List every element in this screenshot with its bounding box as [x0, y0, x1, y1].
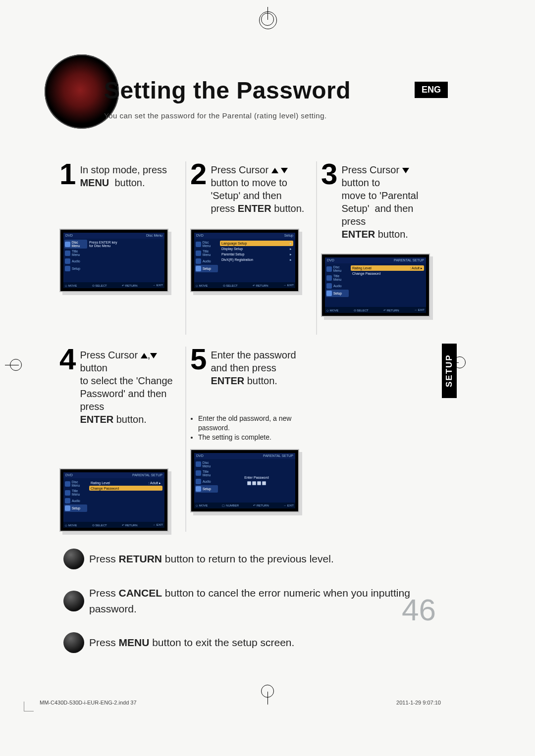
- step-number: 5: [190, 347, 207, 372]
- page-subtitle: You can set the password for the Parenta…: [104, 111, 327, 120]
- section-tab-setup: SETUP: [442, 344, 457, 398]
- bullet-ball-icon: [63, 632, 84, 653]
- cursor-down-icon: [281, 168, 288, 173]
- menu-label: MENU: [80, 177, 109, 188]
- step-line: and then press: [211, 362, 276, 373]
- step-number: 2: [190, 161, 207, 187]
- cursor-up-icon: [141, 353, 148, 358]
- cursor-down-icon: [150, 353, 157, 358]
- cursor-up-icon: [271, 168, 278, 173]
- step-number: 4: [59, 347, 76, 372]
- osd-screenshot-2: DVDSetup Disc Menu Title Menu Audio Setu…: [190, 229, 299, 292]
- step-3: 3 Press Cursor button to move to 'Parent…: [321, 161, 443, 335]
- steps-row-2: 4 Press Cursor , button to select the 'C…: [59, 347, 443, 532]
- step-text: In stop mode, press MENU button.: [80, 161, 167, 189]
- osd-sidebar: Disc Menu Title Menu Audio Setup: [64, 240, 87, 272]
- step-line: 'Setup' and then: [211, 190, 281, 201]
- step-line: button to move to: [211, 177, 287, 188]
- osd-screenshot-3: DVDPARENTAL SETUP Disc Menu Title Menu A…: [321, 253, 430, 317]
- footer-note-row: Press CANCEL button to cancel the error …: [63, 585, 436, 616]
- step5-notes: Enter the old password, a new password. …: [198, 414, 307, 442]
- osd-screenshot-4: DVDPARENTAL SETUP Disc Menu Title Menu A…: [59, 468, 168, 532]
- page-title: Setting the Password: [104, 77, 351, 104]
- print-footer-right: 2011-1-29 9:07:10: [396, 700, 441, 706]
- osd-top-right: Disc Menu: [146, 234, 162, 238]
- osd-side-item: Disc Menu: [72, 241, 87, 248]
- step-number: 1: [59, 161, 76, 187]
- footer-notes: Press RETURN button to return to the pre…: [63, 549, 436, 669]
- footer-post: button to return to the previous level.: [162, 553, 334, 564]
- step-text: Press Cursor , button to select the 'Cha…: [80, 347, 176, 426]
- print-footer: MM-C430D-530D-i-EUR-ENG-2.indd 37 2011-1…: [40, 700, 441, 706]
- cursor-down-icon: [402, 168, 409, 173]
- step-1: 1 In stop mode, press MENU button. DVDDi…: [59, 161, 181, 335]
- footer-pre: Press: [89, 553, 119, 564]
- crop-mark-top: [245, 20, 290, 35]
- osd-main-line: Press ENTER key: [89, 241, 162, 244]
- print-footer-left: MM-C430D-530D-i-EUR-ENG-2.indd 37: [40, 700, 137, 706]
- step-text: Press Cursor button to move to 'Setup' a…: [211, 161, 304, 215]
- footer-note-row: Press RETURN button to return to the pre…: [63, 549, 436, 569]
- bullet-ball-icon: [63, 591, 84, 611]
- steps-row-1: 1 In stop mode, press MENU button. DVDDi…: [59, 161, 443, 335]
- osd-screenshot-5: DVDPARENTAL SETUP Disc Menu Title Menu A…: [190, 449, 299, 512]
- step-line: In stop mode, press: [80, 164, 167, 175]
- osd-side-item: Title Menu: [72, 250, 87, 256]
- osd-main: Press ENTER key for Disc Menu: [89, 241, 162, 280]
- page-number: 46: [402, 592, 436, 627]
- crop-corner: [24, 711, 34, 711]
- step-number: 3: [321, 161, 337, 187]
- step-5: 5 Enter the password and then press ENTE…: [190, 347, 312, 532]
- footer-note-row: Press MENU button to exit the setup scre…: [63, 632, 436, 653]
- enter-password-label: Enter Password: [244, 476, 268, 479]
- osd-side-item: Audio: [72, 259, 80, 263]
- password-boxes: [247, 481, 267, 486]
- osd-main-line: for Disc Menu: [89, 244, 162, 248]
- bullet-ball-icon: [63, 549, 84, 569]
- note-item: The setting is complete.: [198, 433, 307, 442]
- footer-bold: RETURN: [119, 553, 162, 564]
- crop-corner: [24, 702, 24, 711]
- osd-top-left: DVD: [65, 234, 73, 238]
- step-2: 2 Press Cursor button to move to 'Setup'…: [190, 161, 312, 335]
- step-text: Enter the password and then press ENTER …: [211, 347, 296, 387]
- step-text: Press Cursor button to move to 'Parental…: [341, 161, 438, 241]
- osd-screenshot-1: DVDDisc Menu Disc Menu Title Menu Audio …: [59, 229, 168, 292]
- step-4: 4 Press Cursor , button to select the 'C…: [59, 347, 181, 532]
- step-line: Enter the password: [211, 350, 296, 360]
- language-badge: ENG: [415, 82, 448, 98]
- note-item: Enter the old password, a new password.: [198, 414, 307, 433]
- osd-side-item: Setup: [72, 267, 80, 270]
- osd-footer: ◇ MOVE ⊙ SELECT ↶ RETURN → EXIT: [63, 282, 164, 288]
